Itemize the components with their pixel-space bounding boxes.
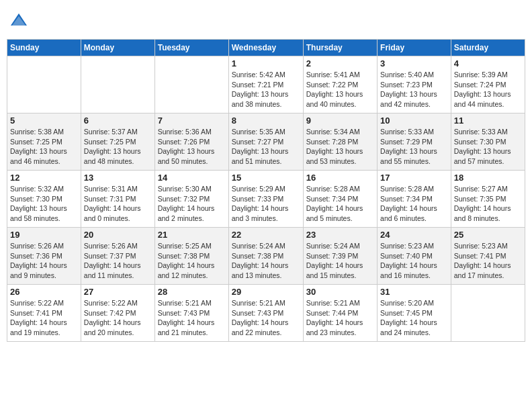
day-number: 28 — [158, 287, 226, 297]
day-info: Sunrise: 5:29 AMSunset: 7:33 PMDaylight:… — [232, 184, 300, 224]
logo-icon — [9, 11, 28, 30]
day-info: Sunrise: 5:21 AMSunset: 7:43 PMDaylight:… — [158, 298, 226, 338]
day-info: Sunrise: 5:23 AMSunset: 7:40 PMDaylight:… — [380, 241, 448, 281]
day-number: 14 — [158, 173, 226, 183]
day-info: Sunrise: 5:30 AMSunset: 7:32 PMDaylight:… — [158, 184, 226, 224]
calendar-cell: 9Sunrise: 5:34 AMSunset: 7:28 PMDaylight… — [303, 113, 377, 171]
day-info: Sunrise: 5:22 AMSunset: 7:41 PMDaylight:… — [10, 298, 78, 338]
day-number: 10 — [380, 116, 448, 126]
day-info: Sunrise: 5:26 AMSunset: 7:36 PMDaylight:… — [10, 241, 78, 281]
calendar-cell: 10Sunrise: 5:33 AMSunset: 7:29 PMDayligh… — [378, 113, 451, 171]
calendar-week-row: 26Sunrise: 5:22 AMSunset: 7:41 PMDayligh… — [7, 285, 525, 342]
calendar-cell: 12Sunrise: 5:32 AMSunset: 7:30 PMDayligh… — [7, 171, 81, 228]
calendar-cell: 21Sunrise: 5:25 AMSunset: 7:38 PMDayligh… — [154, 228, 228, 285]
page-header — [7, 7, 525, 34]
day-number: 7 — [158, 116, 226, 126]
day-number: 1 — [232, 58, 300, 68]
calendar-cell: 16Sunrise: 5:28 AMSunset: 7:34 PMDayligh… — [303, 171, 377, 228]
calendar-cell: 17Sunrise: 5:28 AMSunset: 7:34 PMDayligh… — [378, 171, 451, 228]
day-number: 31 — [380, 287, 448, 297]
calendar-cell: 7Sunrise: 5:36 AMSunset: 7:26 PMDaylight… — [154, 113, 228, 171]
day-of-week-header: Sunday — [7, 40, 81, 56]
calendar-week-row: 1Sunrise: 5:42 AMSunset: 7:21 PMDaylight… — [7, 56, 525, 113]
day-info: Sunrise: 5:22 AMSunset: 7:42 PMDaylight:… — [84, 298, 152, 338]
day-number: 8 — [232, 116, 300, 126]
calendar-cell — [81, 56, 154, 113]
day-of-week-header: Monday — [81, 40, 154, 56]
day-number: 2 — [306, 58, 374, 68]
day-info: Sunrise: 5:37 AMSunset: 7:25 PMDaylight:… — [84, 127, 152, 167]
calendar-cell: 20Sunrise: 5:26 AMSunset: 7:37 PMDayligh… — [81, 228, 154, 285]
day-number: 15 — [232, 173, 300, 183]
calendar-cell: 15Sunrise: 5:29 AMSunset: 7:33 PMDayligh… — [228, 171, 303, 228]
calendar-cell: 29Sunrise: 5:21 AMSunset: 7:43 PMDayligh… — [228, 285, 303, 342]
calendar-cell: 30Sunrise: 5:21 AMSunset: 7:44 PMDayligh… — [303, 285, 377, 342]
calendar-header-row: SundayMondayTuesdayWednesdayThursdayFrid… — [7, 40, 525, 56]
calendar-cell: 8Sunrise: 5:35 AMSunset: 7:27 PMDaylight… — [228, 113, 303, 171]
day-number: 22 — [232, 230, 300, 240]
day-info: Sunrise: 5:24 AMSunset: 7:38 PMDaylight:… — [232, 241, 300, 281]
day-info: Sunrise: 5:33 AMSunset: 7:29 PMDaylight:… — [380, 127, 448, 167]
calendar-cell — [7, 56, 81, 113]
day-number: 18 — [454, 173, 522, 183]
calendar-week-row: 19Sunrise: 5:26 AMSunset: 7:36 PMDayligh… — [7, 228, 525, 285]
day-info: Sunrise: 5:34 AMSunset: 7:28 PMDaylight:… — [306, 127, 374, 167]
day-number: 6 — [84, 116, 152, 126]
day-info: Sunrise: 5:35 AMSunset: 7:27 PMDaylight:… — [232, 127, 300, 167]
day-info: Sunrise: 5:39 AMSunset: 7:24 PMDaylight:… — [454, 70, 522, 109]
day-number: 9 — [306, 116, 374, 126]
calendar-cell: 27Sunrise: 5:22 AMSunset: 7:42 PMDayligh… — [81, 285, 154, 342]
day-number: 24 — [380, 230, 448, 240]
calendar-cell: 19Sunrise: 5:26 AMSunset: 7:36 PMDayligh… — [7, 228, 81, 285]
day-number: 11 — [454, 116, 522, 126]
day-info: Sunrise: 5:28 AMSunset: 7:34 PMDaylight:… — [380, 184, 448, 224]
day-number: 17 — [380, 173, 448, 183]
calendar-cell: 3Sunrise: 5:40 AMSunset: 7:23 PMDaylight… — [378, 56, 451, 113]
calendar-table: SundayMondayTuesdayWednesdayThursdayFrid… — [7, 39, 525, 342]
day-info: Sunrise: 5:21 AMSunset: 7:44 PMDaylight:… — [306, 298, 374, 338]
day-number: 29 — [232, 287, 300, 297]
calendar-cell: 11Sunrise: 5:33 AMSunset: 7:30 PMDayligh… — [451, 113, 525, 171]
calendar-cell: 26Sunrise: 5:22 AMSunset: 7:41 PMDayligh… — [7, 285, 81, 342]
calendar-cell: 5Sunrise: 5:38 AMSunset: 7:25 PMDaylight… — [7, 113, 81, 171]
calendar-cell: 2Sunrise: 5:41 AMSunset: 7:22 PMDaylight… — [303, 56, 377, 113]
day-of-week-header: Friday — [378, 40, 451, 56]
calendar-cell: 23Sunrise: 5:24 AMSunset: 7:39 PMDayligh… — [303, 228, 377, 285]
calendar-cell — [451, 285, 525, 342]
day-number: 20 — [84, 230, 152, 240]
day-info: Sunrise: 5:36 AMSunset: 7:26 PMDaylight:… — [158, 127, 226, 167]
calendar-cell: 24Sunrise: 5:23 AMSunset: 7:40 PMDayligh… — [378, 228, 451, 285]
day-number: 5 — [10, 116, 78, 126]
day-number: 16 — [306, 173, 374, 183]
calendar-cell: 14Sunrise: 5:30 AMSunset: 7:32 PMDayligh… — [154, 171, 228, 228]
day-of-week-header: Thursday — [303, 40, 377, 56]
day-info: Sunrise: 5:33 AMSunset: 7:30 PMDaylight:… — [454, 127, 522, 167]
day-info: Sunrise: 5:21 AMSunset: 7:43 PMDaylight:… — [232, 298, 300, 338]
calendar-cell: 25Sunrise: 5:23 AMSunset: 7:41 PMDayligh… — [451, 228, 525, 285]
day-number: 19 — [10, 230, 78, 240]
day-info: Sunrise: 5:42 AMSunset: 7:21 PMDaylight:… — [232, 70, 300, 109]
day-number: 12 — [10, 173, 78, 183]
calendar-week-row: 5Sunrise: 5:38 AMSunset: 7:25 PMDaylight… — [7, 113, 525, 171]
day-number: 30 — [306, 287, 374, 297]
calendar-cell — [154, 56, 228, 113]
calendar-cell: 6Sunrise: 5:37 AMSunset: 7:25 PMDaylight… — [81, 113, 154, 171]
day-of-week-header: Wednesday — [228, 40, 303, 56]
day-number: 4 — [454, 58, 522, 68]
day-info: Sunrise: 5:23 AMSunset: 7:41 PMDaylight:… — [454, 241, 522, 281]
calendar-cell: 18Sunrise: 5:27 AMSunset: 7:35 PMDayligh… — [451, 171, 525, 228]
day-number: 26 — [10, 287, 78, 297]
day-of-week-header: Saturday — [451, 40, 525, 56]
day-info: Sunrise: 5:38 AMSunset: 7:25 PMDaylight:… — [10, 127, 78, 167]
calendar-cell: 1Sunrise: 5:42 AMSunset: 7:21 PMDaylight… — [228, 56, 303, 113]
day-of-week-header: Tuesday — [154, 40, 228, 56]
day-info: Sunrise: 5:24 AMSunset: 7:39 PMDaylight:… — [306, 241, 374, 281]
day-number: 13 — [84, 173, 152, 183]
day-info: Sunrise: 5:26 AMSunset: 7:37 PMDaylight:… — [84, 241, 152, 281]
day-info: Sunrise: 5:40 AMSunset: 7:23 PMDaylight:… — [380, 70, 448, 109]
day-number: 25 — [454, 230, 522, 240]
calendar-cell: 4Sunrise: 5:39 AMSunset: 7:24 PMDaylight… — [451, 56, 525, 113]
calendar-cell: 13Sunrise: 5:31 AMSunset: 7:31 PMDayligh… — [81, 171, 154, 228]
day-number: 27 — [84, 287, 152, 297]
day-info: Sunrise: 5:31 AMSunset: 7:31 PMDaylight:… — [84, 184, 152, 224]
